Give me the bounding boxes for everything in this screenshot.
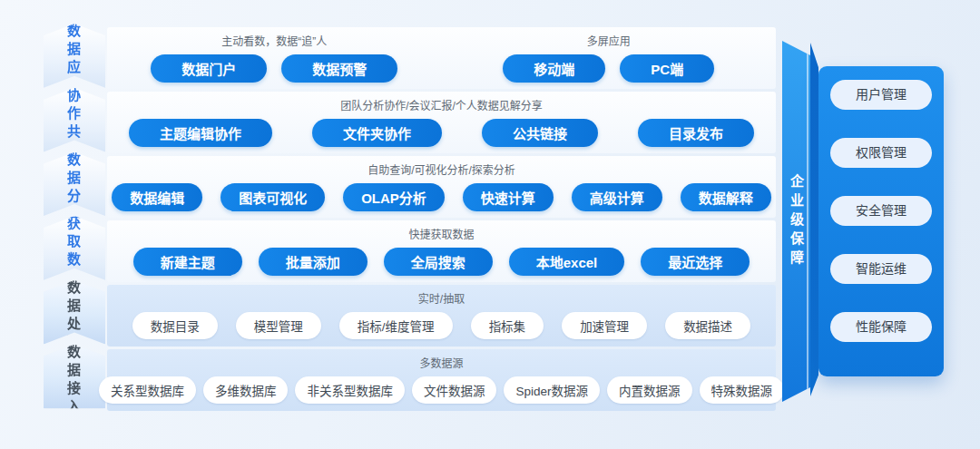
feature-pill: 新建主题 [133,248,242,276]
feature-pill: 移动端 [503,54,605,83]
enterprise-strip: 企业级保障 [782,41,810,402]
row-title: 主动看数，数据“追”人 [221,35,327,48]
row-title: 快捷获取数据 [408,229,474,241]
row-group: 多数据源关系型数据库多维数据库非关系型数据库文件数据源Spider数据源内置数据… [99,349,784,411]
feature-pill: 公共链接 [482,119,598,147]
enterprise-pill: 性能保障 [830,312,932,342]
feature-pill: 最近选择 [641,248,750,276]
feature-pill: 数据门户 [151,54,267,83]
rail-segment-label: 数据应用 [61,16,88,94]
feature-pill: 文件数据源 [412,376,497,404]
feature-pill: 快速计算 [463,183,554,211]
feature-pill: 非关系型数据库 [295,376,405,404]
feature-pill: 特殊数据源 [700,376,785,404]
feature-pill: 图表可视化 [220,183,325,211]
rail-segment-label: 获取数据 [61,209,88,287]
rail-segment-4: 获取数据 [44,216,105,280]
enterprise-strip-facet [810,43,818,396]
feature-pill: 数据解释 [681,183,771,211]
feature-pill: 指标/维度管理 [339,312,453,339]
rail-segment-6: 数据接入 [44,344,105,408]
row-title: 团队分析协作/会议汇报/个人数据见解分享 [340,100,543,112]
layer-row-1: 主动看数，数据“追”人数据门户数据预警多屏应用移动端PC端 [107,27,776,89]
rail-segment-label: 数据接入 [61,337,88,415]
layer-row-6: 多数据源关系型数据库多维数据库非关系型数据库文件数据源Spider数据源内置数据… [107,349,776,411]
enterprise-pill: 安全管理 [830,196,932,226]
feature-pill: 指标集 [471,312,544,339]
feature-pill: OLAP分析 [343,183,445,211]
feature-pill: 数据目录 [132,312,218,339]
layer-row-5: 实时/抽取数据目录模型管理指标/维度管理指标集加速管理数据描述 [107,285,776,347]
feature-pill: 关系型数据库 [99,376,196,404]
layer-row-3: 自助查询/可视化分析/探索分析数据编辑图表可视化OLAP分析快速计算高级计算数据… [107,156,776,218]
feature-pill: 加速管理 [562,312,647,339]
rail-segment-3: 数据分析 [44,151,105,216]
pill-list: 关系型数据库多维数据库非关系型数据库文件数据源Spider数据源内置数据源特殊数… [99,376,784,404]
row-group: 多屏应用移动端PC端 [442,27,777,89]
enterprise-pill: 智能运维 [830,254,932,284]
feature-pill: 数据编辑 [112,183,202,211]
row-group: 团队分析协作/会议汇报/个人数据见解分享主题编辑协作文件夹协作公共链接目录发布 [107,92,776,153]
feature-pill: 高级计算 [572,183,662,211]
feature-pill: PC端 [620,54,714,83]
pill-list: 数据目录模型管理指标/维度管理指标集加速管理数据描述 [132,312,750,339]
feature-pill: 目录发布 [638,119,754,147]
row-title: 实时/抽取 [418,293,465,306]
layer-rows: 主动看数，数据“追”人数据门户数据预警多屏应用移动端PC端团队分析协作/会议汇报… [107,27,776,411]
rail-segment-label: 协作共享 [61,81,88,159]
enterprise-pill: 权限管理 [830,138,932,168]
feature-pill: 本地excel [509,248,625,276]
row-group: 自助查询/可视化分析/探索分析数据编辑图表可视化OLAP分析快速计算高级计算数据… [107,156,776,218]
feature-pill: 多维数据库 [203,376,289,404]
feature-pill: 内置数据源 [607,376,692,404]
enterprise-strip-label: 企业级保障 [782,41,810,402]
rail-segment-1: 数据应用 [44,24,105,88]
layer-row-2: 团队分析协作/会议汇报/个人数据见解分享主题编辑协作文件夹协作公共链接目录发布 [107,92,776,153]
rail-segment-label: 数据分析 [61,145,88,223]
rail-segment-label: 数据处理 [61,273,88,351]
row-title: 自助查询/可视化分析/探索分析 [368,164,515,177]
pill-list: 数据编辑图表可视化OLAP分析快速计算高级计算数据解释 [112,183,771,211]
pill-list: 新建主题批量添加全局搜索本地excel最近选择 [133,248,750,276]
pill-list: 移动端PC端 [503,54,714,83]
layer-rail: 数据应用协作共享数据分析获取数据数据处理数据接入 [44,24,105,408]
feature-pill: 主题编辑协作 [129,119,272,147]
feature-pill: 模型管理 [236,312,321,339]
row-group: 主动看数，数据“追”人数据门户数据预警 [107,27,442,89]
row-title: 多数据源 [419,357,463,370]
row-title: 多屏应用 [587,35,631,48]
rail-segment-2: 协作共享 [44,88,105,152]
row-group: 实时/抽取数据目录模型管理指标/维度管理指标集加速管理数据描述 [107,285,776,347]
enterprise-pill: 用户管理 [830,80,932,110]
rail-segment-5: 数据处理 [44,280,105,345]
pill-list: 主题编辑协作文件夹协作公共链接目录发布 [129,119,754,147]
feature-pill: 全局搜索 [384,248,493,276]
layer-row-4: 快捷获取数据新建主题批量添加全局搜索本地excel最近选择 [107,220,776,282]
feature-pill: Spider数据源 [504,376,600,404]
enterprise-panel: 用户管理权限管理安全管理智能运维性能保障 [818,66,944,376]
row-group: 快捷获取数据新建主题批量添加全局搜索本地excel最近选择 [107,220,776,282]
feature-pill: 数据预警 [281,54,397,83]
pill-list: 数据门户数据预警 [151,54,397,83]
feature-pill: 文件夹协作 [312,119,442,147]
feature-pill: 数据描述 [665,312,750,339]
feature-pill: 批量添加 [259,248,368,276]
